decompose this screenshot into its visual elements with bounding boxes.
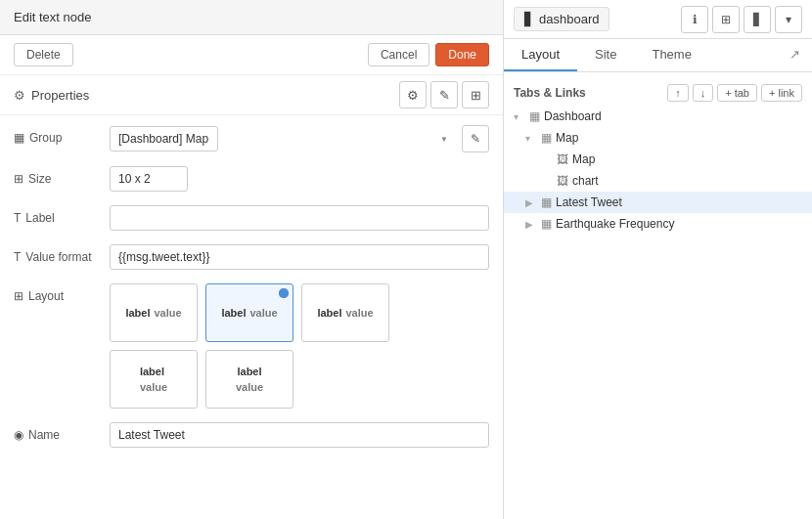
toolbar-left-buttons: Delete <box>14 43 73 66</box>
name-row: ◉ Name <box>14 422 489 448</box>
properties-label: Properties <box>31 88 89 103</box>
left-panel: Edit text node Delete Cancel Done ⚙ ✎ ⊞ … <box>0 0 504 519</box>
tree-add-tab-btn[interactable]: + tab <box>717 84 757 102</box>
layout-value-4: value <box>140 381 167 393</box>
layout-option-stacked-center[interactable]: label value <box>205 350 293 409</box>
tab-site[interactable]: Site <box>577 39 634 71</box>
value-format-row: T Value format <box>14 244 489 270</box>
tree-item-map-group[interactable]: ▾ ▦ Map <box>504 127 812 149</box>
group-control: [Dashboard] Map ✎ <box>110 125 489 152</box>
cancel-button[interactable]: Cancel <box>368 43 429 66</box>
layout-label-4: label <box>140 366 164 377</box>
layout-option-stacked-left[interactable]: label value <box>110 350 198 409</box>
group-row: ▦ Group [Dashboard] Map ✎ <box>14 125 489 152</box>
done-button[interactable]: Done <box>435 43 489 66</box>
properties-gear-icon: ⚙ <box>14 88 25 103</box>
properties-edit-btn[interactable]: ✎ <box>430 81 458 108</box>
caret-button[interactable]: ▾ <box>775 6 802 33</box>
tree-up-btn[interactable]: ↑ <box>667 84 689 102</box>
dashboard-badge: ▋ dashboard <box>514 7 609 31</box>
value-format-input[interactable] <box>110 244 489 270</box>
properties-section: ⚙ Properties <box>14 88 89 103</box>
dashboard-bar-chart-icon: ▋ <box>524 12 534 26</box>
map-image-icon: 🖼 <box>557 152 568 166</box>
chart-expand-icon <box>541 176 553 187</box>
label-icon: T <box>14 211 21 225</box>
chart-label: chart <box>572 174 599 188</box>
layout-label-1: label <box>125 307 150 319</box>
layout-label-3: label <box>317 307 341 319</box>
tree-item-latest-tweet[interactable]: ▶ ▦ Latest Tweet <box>504 192 812 213</box>
tree-item-chart[interactable]: 🖼 chart <box>504 170 812 192</box>
group-icon: ▦ <box>14 131 24 145</box>
layout-value-5: value <box>236 381 263 393</box>
group-label: ▦ Group <box>14 125 102 145</box>
tree-add-link-btn[interactable]: + link <box>761 84 802 102</box>
layout-options: label value label value <box>110 283 389 409</box>
layout-row-1: label value label value <box>110 283 389 342</box>
layout-label: ⊞ Layout <box>14 283 102 303</box>
tree-down-btn[interactable]: ↓ <box>693 84 714 102</box>
size-label: ⊞ Size <box>14 166 102 186</box>
latest-tweet-expand-icon: ▶ <box>525 197 537 208</box>
dashboard-label-text: Dashboard <box>544 109 602 123</box>
dashboard-grid-icon: ▦ <box>529 109 540 123</box>
tree-item-map[interactable]: 🖼 Map <box>504 149 812 170</box>
form-body: ▦ Group [Dashboard] Map ✎ ⊞ Size <box>0 115 503 519</box>
map-label: Map <box>572 152 595 166</box>
right-header-icons: ℹ ⊞ ▋ ▾ <box>681 6 802 33</box>
layout-option-inline-left[interactable]: label value <box>110 283 198 342</box>
delete-button[interactable]: Delete <box>14 43 73 66</box>
right-panel: ▋ dashboard ℹ ⊞ ▋ ▾ Layout Site Theme ↗ … <box>504 0 812 519</box>
properties-settings-btn[interactable]: ⚙ <box>399 81 427 108</box>
layout-row: ⊞ Layout label value <box>14 283 489 409</box>
earthquake-grid-icon: ▦ <box>541 217 552 231</box>
info-button[interactable]: ℹ <box>681 6 708 33</box>
layout-icon: ⊞ <box>14 289 23 303</box>
tree-item-earthquake[interactable]: ▶ ▦ Earthquake Frequency <box>504 213 812 235</box>
size-input[interactable] <box>110 166 188 192</box>
panel-toolbar: Delete Cancel Done ⚙ ✎ ⊞ <box>0 35 503 75</box>
layout-label-5: label <box>237 366 261 377</box>
group-select[interactable]: [Dashboard] Map <box>110 126 218 151</box>
tree-section-header: Tabs & Links ↑ ↓ + tab + link <box>504 80 812 106</box>
layout-label-2: label <box>221 307 246 319</box>
layout-value-1: value <box>154 307 181 319</box>
map-group-expand-icon: ▾ <box>525 133 537 144</box>
size-control <box>110 166 489 192</box>
tab-theme[interactable]: Theme <box>634 39 708 71</box>
value-format-icon: T <box>14 250 21 264</box>
map-group-label: Map <box>556 131 578 145</box>
layout-option-inline-right[interactable]: label value <box>301 283 389 342</box>
layout-value-3: value <box>345 307 373 319</box>
name-icon: ◉ <box>14 428 23 442</box>
label-control <box>110 205 489 231</box>
panel-header: Edit text node <box>0 0 503 35</box>
map-expand-icon <box>541 154 553 165</box>
external-link-icon[interactable]: ↗ <box>778 39 812 71</box>
grid-button[interactable]: ⊞ <box>712 6 740 33</box>
tree-controls: ↑ ↓ + tab + link <box>667 84 802 102</box>
tree-item-dashboard[interactable]: ▾ ▦ Dashboard <box>504 106 812 127</box>
latest-tweet-label: Latest Tweet <box>556 195 622 209</box>
group-select-wrapper: [Dashboard] Map <box>110 126 456 151</box>
chart-image-icon: 🖼 <box>557 174 568 188</box>
chart-button[interactable]: ▋ <box>744 6 771 33</box>
earthquake-label: Earthquake Frequency <box>556 217 674 231</box>
group-edit-button[interactable]: ✎ <box>462 125 489 152</box>
dashboard-label: dashboard <box>539 12 599 26</box>
dashboard-expand-icon: ▾ <box>514 111 525 122</box>
layout-row-2: label value label value <box>110 350 389 409</box>
right-header: ▋ dashboard ℹ ⊞ ▋ ▾ <box>504 0 812 39</box>
name-input[interactable] <box>110 422 489 448</box>
tabs-links-label: Tabs & Links <box>514 86 586 100</box>
properties-expand-btn[interactable]: ⊞ <box>462 81 489 108</box>
latest-tweet-grid-icon: ▦ <box>541 195 552 209</box>
label-input[interactable] <box>110 205 489 231</box>
value-format-control <box>110 244 489 270</box>
label-row: T Label <box>14 205 489 231</box>
layout-option-inline-center[interactable]: label value <box>205 283 293 342</box>
tab-layout[interactable]: Layout <box>504 39 577 71</box>
label-label: T Label <box>14 205 102 225</box>
size-row: ⊞ Size <box>14 166 489 192</box>
